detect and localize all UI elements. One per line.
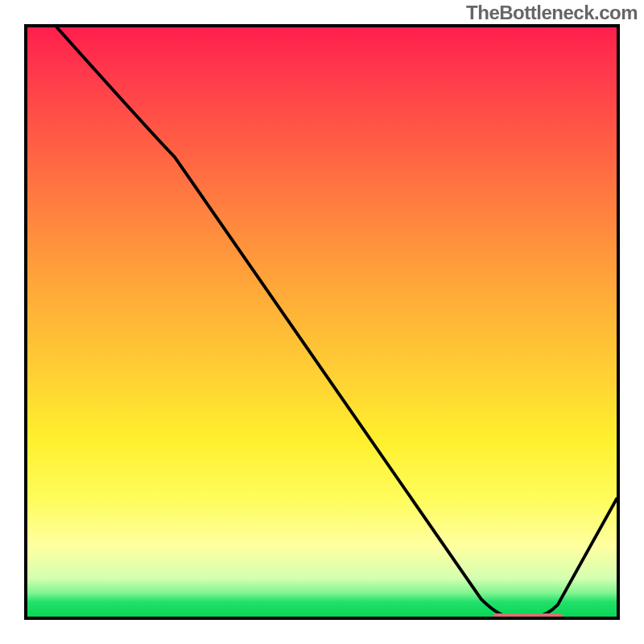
watermark-text: TheBottleneck.com <box>466 2 638 24</box>
bottleneck-curve <box>27 27 617 617</box>
plot-area <box>24 24 620 620</box>
optimal-range-marker <box>492 613 564 620</box>
curve-path <box>27 27 617 617</box>
chart-frame: TheBottleneck.com <box>0 0 644 644</box>
